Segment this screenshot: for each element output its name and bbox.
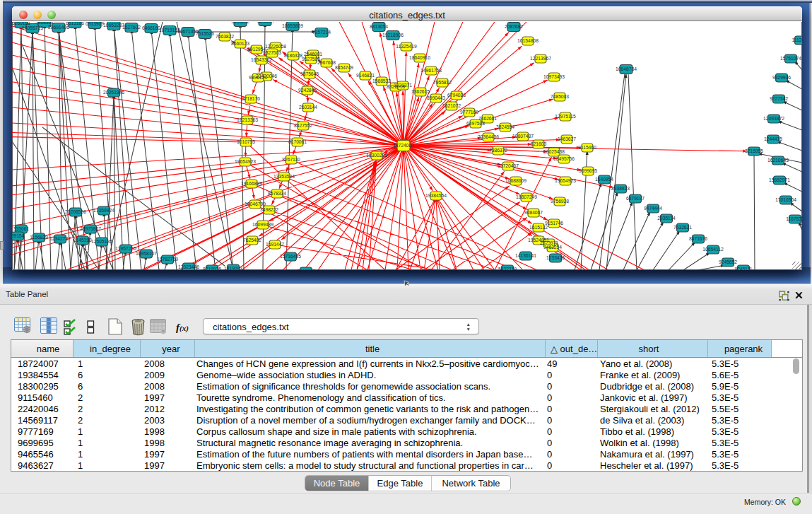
- svg-text:8938923: 8938923: [611, 186, 630, 191]
- svg-text:20053346: 20053346: [103, 90, 124, 95]
- svg-text:2718170: 2718170: [242, 96, 260, 101]
- svg-text:16210643: 16210643: [767, 158, 789, 163]
- svg-text:1640954: 1640954: [595, 177, 613, 182]
- svg-text:0913909: 0913909: [86, 22, 104, 26]
- svg-text:10653809: 10653809: [282, 23, 303, 28]
- svg-text:17010504: 17010504: [775, 197, 796, 202]
- svg-text:18807249: 18807249: [516, 194, 537, 199]
- svg-text:12023446: 12023446: [178, 264, 199, 269]
- svg-text:20364436: 20364436: [478, 134, 499, 139]
- svg-text:8170061: 8170061: [288, 139, 307, 144]
- svg-text:1010755: 1010755: [237, 139, 255, 144]
- svg-text:2546981: 2546981: [304, 52, 322, 57]
- svg-text:7663822: 7663822: [216, 34, 234, 39]
- svg-text:10654112: 10654112: [702, 247, 724, 252]
- svg-text:9777169: 9777169: [460, 110, 478, 115]
- svg-text:14055713: 14055713: [22, 25, 43, 30]
- svg-text:4628194: 4628194: [256, 22, 274, 23]
- svg-text:10958107: 10958107: [136, 251, 157, 256]
- svg-text:8990443: 8990443: [427, 95, 445, 100]
- svg-text:3824554: 3824554: [496, 124, 514, 129]
- svg-text:8471676: 8471676: [689, 236, 707, 241]
- svg-text:1691447: 1691447: [266, 242, 284, 247]
- svg-text:16154808: 16154808: [517, 38, 539, 43]
- svg-text:1233426: 1233426: [546, 255, 565, 260]
- svg-text:12226058: 12226058: [265, 44, 286, 49]
- svg-text:2087682: 2087682: [505, 24, 523, 29]
- svg-text:1588532: 1588532: [372, 78, 391, 83]
- svg-text:8660123: 8660123: [231, 41, 249, 46]
- svg-text:6466160: 6466160: [142, 25, 160, 30]
- svg-text:12213967: 12213967: [530, 56, 551, 61]
- svg-text:16099489: 16099489: [252, 222, 273, 227]
- svg-text:9699695: 9699695: [579, 168, 597, 173]
- svg-text:9896121: 9896121: [249, 75, 267, 80]
- svg-text:12093872: 12093872: [763, 116, 784, 121]
- svg-text:9756928: 9756928: [551, 199, 569, 204]
- svg-text:12213363: 12213363: [237, 117, 258, 122]
- svg-text:17957255: 17957255: [115, 246, 136, 251]
- svg-text:9227342: 9227342: [770, 96, 788, 101]
- svg-text:18724007: 18724007: [393, 143, 414, 148]
- svg-text:8813054: 8813054: [370, 24, 388, 29]
- svg-text:8219935: 8219935: [203, 267, 221, 270]
- svg-text:6497508: 6497508: [466, 121, 485, 126]
- svg-text:18640910: 18640910: [409, 55, 430, 60]
- svg-text:20691406: 20691406: [48, 25, 69, 30]
- svg-text:15720407: 15720407: [498, 163, 519, 168]
- svg-text:9329906: 9329906: [772, 75, 791, 80]
- svg-text:1463627: 1463627: [558, 136, 576, 141]
- svg-text:9875645: 9875645: [300, 71, 319, 76]
- svg-text:2523971: 2523971: [540, 240, 558, 245]
- svg-text:1220371: 1220371: [394, 83, 412, 88]
- svg-text:17359924: 17359924: [93, 208, 114, 213]
- svg-text:16648784: 16648784: [616, 66, 637, 71]
- svg-text:19384554: 19384554: [425, 193, 447, 198]
- svg-text:19654923: 19654923: [235, 159, 256, 164]
- svg-text:12505135: 12505135: [91, 239, 112, 244]
- svg-text:23975867: 23975867: [80, 226, 101, 231]
- svg-text:1156829: 1156829: [30, 235, 48, 240]
- svg-text:39154: 39154: [12, 233, 25, 238]
- svg-text:10025438: 10025438: [543, 149, 565, 154]
- svg-text:7515526: 7515526: [196, 31, 214, 36]
- svg-text:12342737: 12342737: [49, 236, 71, 241]
- svg-text:20206536: 20206536: [65, 209, 86, 214]
- svg-text:19166829: 19166829: [241, 181, 262, 186]
- svg-text:7955812: 7955812: [433, 80, 452, 85]
- svg-text:14136141: 14136141: [515, 253, 536, 258]
- svg-text:15692971: 15692971: [769, 177, 790, 182]
- svg-text:1621072: 1621072: [442, 103, 461, 108]
- svg-text:8186328: 8186328: [284, 53, 302, 58]
- svg-text:3215955: 3215955: [745, 148, 763, 153]
- svg-text:7462661: 7462661: [478, 116, 497, 121]
- svg-text:16782759: 16782759: [157, 257, 178, 262]
- svg-text:5432319: 5432319: [498, 267, 517, 270]
- svg-text:10807487: 10807487: [512, 134, 534, 139]
- svg-text:10653287: 10653287: [103, 23, 124, 28]
- svg-text:9115460: 9115460: [578, 145, 596, 150]
- svg-text:19218906: 19218906: [382, 33, 404, 37]
- svg-text:1527602: 1527602: [122, 25, 141, 30]
- svg-text:9084067: 9084067: [524, 210, 543, 215]
- svg-text:8267110: 8267110: [282, 157, 300, 162]
- svg-text:7485003: 7485003: [551, 94, 569, 99]
- svg-text:9245111: 9245111: [734, 267, 752, 270]
- svg-text:1615132: 1615132: [529, 225, 548, 230]
- svg-text:9242845: 9242845: [298, 88, 317, 93]
- svg-text:7865797: 7865797: [297, 269, 315, 270]
- svg-text:13353594: 13353594: [273, 174, 295, 179]
- svg-text:15716485: 15716485: [280, 254, 301, 259]
- svg-text:19654923: 19654923: [555, 178, 576, 183]
- svg-text:9327503: 9327503: [263, 50, 281, 55]
- svg-text:16543362: 16543362: [251, 57, 272, 62]
- svg-text:1167533: 1167533: [786, 216, 802, 221]
- svg-text:2603144: 2603144: [299, 105, 317, 110]
- svg-text:9146821: 9146821: [356, 73, 375, 78]
- svg-text:8454749: 8454749: [335, 65, 353, 70]
- svg-text:335061: 335061: [13, 226, 30, 231]
- svg-text:7357214: 7357214: [312, 30, 331, 35]
- svg-text:16046799: 16046799: [245, 201, 266, 206]
- svg-text:1145193: 1145193: [73, 238, 92, 243]
- svg-text:6613186: 6613186: [66, 22, 84, 25]
